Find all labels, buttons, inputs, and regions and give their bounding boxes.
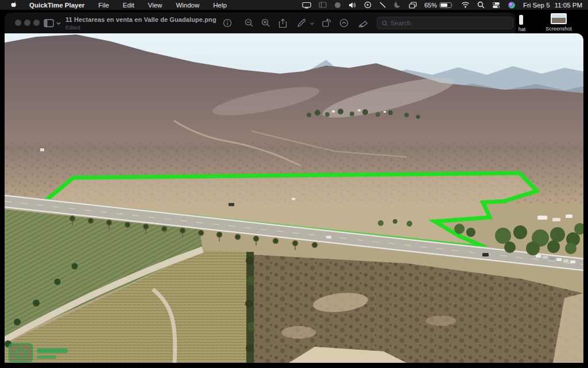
parcel-tree (393, 219, 397, 224)
app-status-icon[interactable] (319, 1, 327, 9)
quicktime-play-icon[interactable] (364, 1, 372, 9)
menu-date: Fri Sep 5 (523, 2, 550, 9)
desktop-icon-label: Screenshot (544, 26, 573, 32)
menu-help[interactable]: Help (206, 2, 234, 9)
apple-menu-icon[interactable] (6, 1, 22, 9)
watermark-text-line (37, 355, 56, 359)
share-icon[interactable] (278, 18, 287, 28)
watermark-text-line (37, 348, 68, 353)
markup-pencil-icon[interactable] (296, 18, 306, 28)
menu-app-name[interactable]: QuickTime Player (22, 2, 91, 9)
trailer (537, 216, 547, 220)
trailer (566, 214, 572, 218)
search-icon (382, 20, 388, 26)
desktop-icon-label: hat (514, 26, 529, 32)
display-mirroring-icon[interactable] (302, 1, 311, 9)
vehicle-in-parcel (229, 203, 234, 206)
desktop-icon-hat[interactable]: hat (514, 15, 529, 32)
close-window-button[interactable] (15, 20, 21, 26)
preview-window-titlebar: 11 Hectareas en venta en Valle de Guadal… (5, 13, 516, 33)
round-status-icon[interactable] (334, 1, 341, 9)
menu-window[interactable]: Window (169, 2, 206, 9)
menu-file[interactable]: File (91, 2, 116, 9)
sidebar-toggle-icon[interactable] (44, 19, 55, 28)
zoom-out-icon[interactable] (245, 18, 254, 28)
window-title: 11 Hectareas en venta en Valle de Guadal… (65, 16, 216, 23)
menu-time: 11:05 PM (555, 2, 582, 9)
minimize-window-button[interactable] (24, 20, 30, 26)
menu-clock[interactable]: Fri Sep 5 11:05 PM (523, 2, 582, 9)
aerial-photo (5, 33, 583, 363)
moon-focus-icon[interactable] (394, 1, 401, 9)
zoom-in-icon[interactable] (261, 18, 270, 28)
rotate-icon[interactable] (322, 18, 331, 28)
battery-percent: 65% (424, 2, 437, 9)
volume-icon[interactable] (349, 1, 357, 9)
markup-chevron-icon[interactable] (310, 22, 314, 25)
desktop-icon-screenshot[interactable]: Screenshot (544, 13, 573, 32)
siri-icon[interactable] (508, 1, 516, 9)
car-on-road (326, 236, 331, 239)
info-icon[interactable] (223, 18, 232, 28)
wifi-icon[interactable] (461, 1, 470, 9)
window-status-badge: Edited (65, 25, 80, 30)
menu-edit[interactable]: Edit (116, 2, 141, 9)
parcel-tree (378, 220, 384, 226)
chevron-down-icon[interactable] (56, 22, 61, 25)
pencil-slash-icon[interactable] (379, 1, 386, 9)
search-input[interactable] (390, 20, 508, 26)
highlighter-icon[interactable] (358, 18, 370, 28)
circle-arrow-icon[interactable] (339, 18, 349, 28)
battery-indicator[interactable]: 65% (424, 1, 454, 9)
aerial-photo-scene (5, 33, 583, 363)
menu-bar: QuickTime Player File Edit View Window H… (0, 0, 588, 10)
screenshot-thumbnail-icon (551, 13, 567, 24)
zoom-window-button[interactable] (33, 20, 40, 26)
white-speck (292, 198, 295, 200)
menu-view[interactable]: View (141, 2, 169, 9)
file-icon (519, 15, 523, 25)
parcel-tree (407, 221, 412, 227)
trailer (552, 218, 560, 221)
stage-manager-icon[interactable] (409, 1, 417, 9)
search-field[interactable] (377, 17, 513, 29)
spotlight-search-icon[interactable] (477, 1, 485, 9)
car-on-road (482, 253, 489, 256)
distant-building (40, 148, 44, 151)
control-center-icon[interactable] (492, 1, 500, 9)
